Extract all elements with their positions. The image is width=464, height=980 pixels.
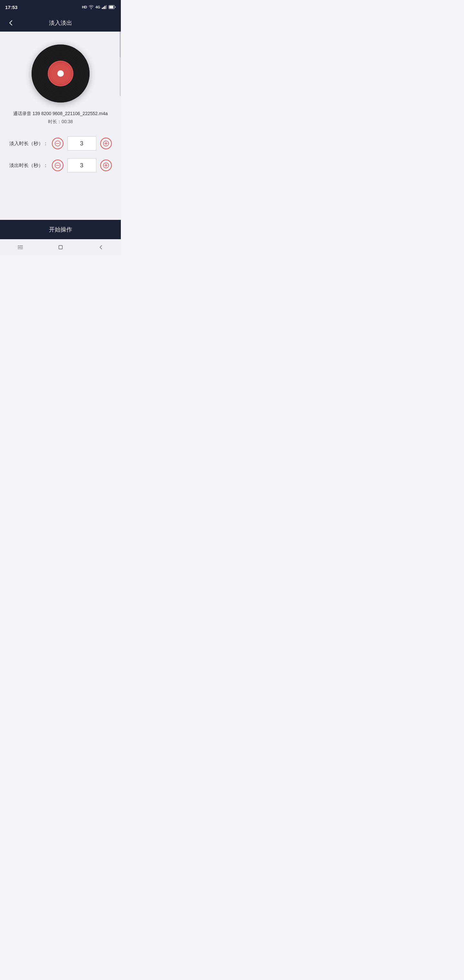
page-title: 淡入淡出 — [49, 19, 72, 27]
status-bar: 17:53 HD 4G — [0, 0, 121, 14]
fade-in-label: 淡入时长（秒）： — [10, 140, 48, 147]
nav-bar: 淡入淡出 — [0, 14, 121, 32]
svg-rect-2 — [104, 6, 105, 9]
vinyl-record — [32, 45, 90, 102]
system-nav-bar — [0, 239, 121, 255]
back-button[interactable] — [5, 17, 17, 29]
scrollbar-track — [119, 32, 121, 96]
fade-in-row: 淡入时长（秒）： — [6, 136, 114, 151]
wifi-icon — [89, 5, 94, 9]
svg-point-19 — [57, 70, 64, 77]
fade-in-decrease-button[interactable] — [52, 138, 64, 149]
fade-out-decrease-button[interactable] — [52, 159, 64, 171]
home-nav-button[interactable] — [52, 242, 68, 253]
fade-out-increase-button[interactable] — [100, 159, 112, 171]
fade-in-increase-button[interactable] — [100, 138, 112, 149]
battery-icon — [109, 5, 116, 9]
back-nav-button[interactable] — [93, 242, 109, 253]
status-time: 17:53 — [5, 5, 17, 10]
fade-out-input[interactable] — [67, 158, 96, 172]
svg-rect-1 — [103, 7, 104, 9]
main-content: 通话录音 139 8200 9608_221106_222552.m4a 时长：… — [0, 32, 121, 220]
signal-bars-icon — [102, 5, 107, 9]
signal-4g-icon: 4G — [95, 5, 100, 9]
start-operation-button[interactable]: 开始操作 — [49, 226, 72, 233]
controls-section: 淡入时长（秒）： 淡出时长（秒）： — [6, 136, 114, 172]
status-icons: HD 4G — [82, 5, 116, 9]
menu-nav-button[interactable] — [12, 242, 29, 253]
hd-icon: HD — [82, 5, 87, 9]
fade-out-label: 淡出时长（秒）： — [10, 162, 48, 169]
svg-rect-3 — [106, 5, 106, 9]
fade-in-input[interactable] — [67, 136, 96, 151]
file-duration: 时长：00:38 — [48, 119, 73, 125]
fade-out-row: 淡出时长（秒）： — [6, 158, 114, 172]
svg-rect-36 — [59, 246, 62, 249]
svg-rect-5 — [109, 6, 113, 8]
file-name: 通话录音 139 8200 9608_221106_222552.m4a — [13, 110, 108, 117]
scrollbar-thumb[interactable] — [119, 32, 121, 57]
svg-rect-0 — [102, 8, 103, 9]
bottom-action-bar: 开始操作 — [0, 220, 121, 239]
